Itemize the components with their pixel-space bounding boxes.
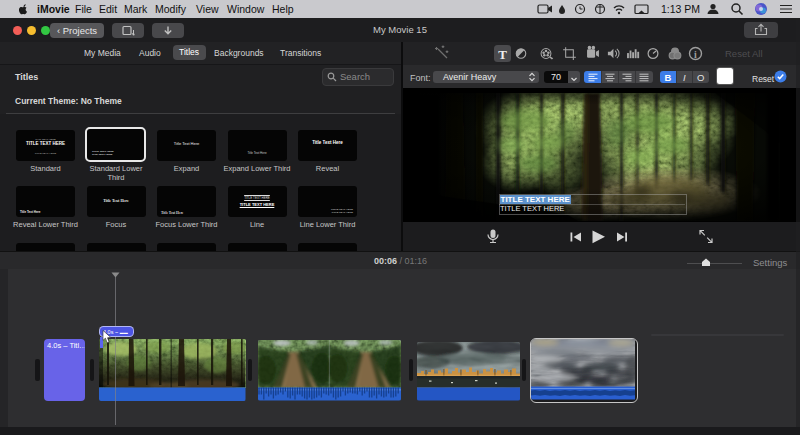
- svg-text:i: i: [694, 49, 697, 60]
- svg-text:T: T: [498, 47, 507, 62]
- svg-text:Reset All: Reset All: [725, 48, 763, 59]
- svg-text:O: O: [696, 71, 703, 82]
- svg-text:I: I: [682, 71, 685, 82]
- svg-text:B: B: [664, 71, 671, 82]
